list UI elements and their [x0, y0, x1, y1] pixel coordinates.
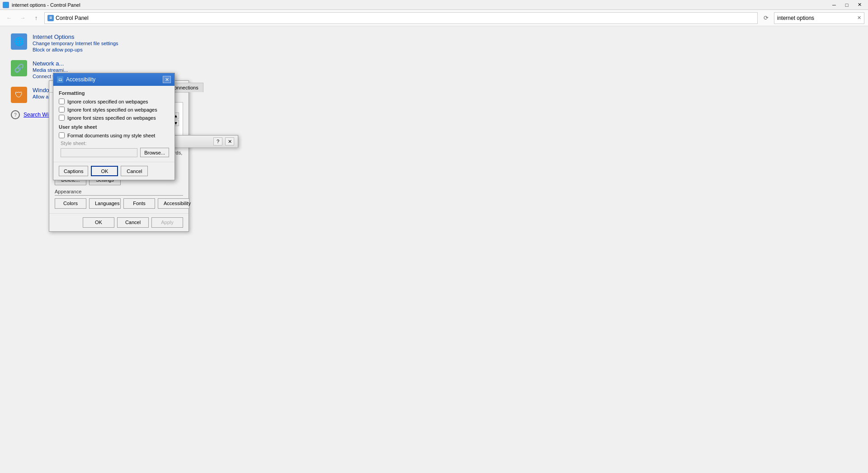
- style-sheet-field-label: Style sheet:: [61, 140, 169, 146]
- internet-options-title[interactable]: Internet Options: [33, 33, 118, 40]
- user-style-sheet-label: User style sheet: [59, 124, 169, 130]
- internet-options-text: Internet Options Change temporary Intern…: [33, 33, 118, 53]
- internet-properties-help-button[interactable]: ?: [213, 137, 222, 145]
- appearance-section: Appearance Colors Languages Fonts Access…: [49, 189, 189, 213]
- internet-properties-close-button[interactable]: ✕: [225, 137, 234, 145]
- accessibility-content: Formatting Ignore colors specified on we…: [53, 86, 175, 162]
- browse-button[interactable]: Browse...: [140, 148, 169, 157]
- style-sheet-input-section: Style sheet: Browse...: [61, 140, 169, 157]
- accessibility-button-row: Captions OK Cancel: [53, 162, 175, 180]
- maximize-button[interactable]: □: [841, 1, 853, 9]
- title-bar: 🌐 internet options - Control Panel ─ □ ✕: [0, 0, 868, 10]
- windows-defender-icon: 🛡: [11, 87, 27, 103]
- breadcrumb-text: Control Panel: [56, 15, 89, 21]
- search-help-icon: ?: [11, 110, 20, 119]
- window-icon: 🌐: [3, 2, 9, 8]
- ignore-colors-label: Ignore colors specified on webpages: [67, 99, 148, 104]
- link-popups[interactable]: Block or allow pop-ups: [33, 47, 83, 52]
- refresh-button[interactable]: ⟳: [760, 13, 771, 23]
- internet-properties-footer: OK Cancel Apply: [49, 213, 189, 231]
- languages-button[interactable]: Languages: [89, 198, 121, 209]
- accessibility-title-text: Accessibility: [66, 76, 160, 83]
- ignore-font-sizes-row: Ignore font sizes specified on webpages: [59, 115, 169, 121]
- forward-button[interactable]: →: [17, 13, 28, 23]
- accessibility-dialog: 🗂 Accessibility ✕ Formatting Ignore colo…: [53, 73, 175, 180]
- accessibility-close-button[interactable]: ✕: [163, 76, 171, 83]
- main-content: 🌐 Internet Options Change temporary Inte…: [0, 26, 868, 134]
- search-input[interactable]: [777, 15, 855, 21]
- ignore-font-styles-row: Ignore font styles specified on webpages: [59, 107, 169, 112]
- breadcrumb: 🖥 Control Panel: [44, 12, 758, 24]
- link-media[interactable]: Media streami...: [33, 67, 68, 73]
- user-style-sheet-section: User style sheet Format documents using …: [59, 124, 169, 157]
- style-sheet-input[interactable]: [61, 148, 137, 157]
- ignore-font-sizes-checkbox[interactable]: [59, 115, 65, 121]
- style-sheet-input-row: Browse...: [61, 148, 169, 157]
- internet-options-icon: 🌐: [11, 33, 27, 50]
- internet-properties-cancel-button[interactable]: Cancel: [117, 217, 149, 228]
- formatting-label: Formatting: [59, 90, 169, 96]
- accessibility-ok-button[interactable]: OK: [91, 166, 118, 176]
- window-controls: ─ □ ✕: [828, 1, 865, 9]
- captions-button[interactable]: Captions: [59, 166, 88, 176]
- accessibility-button[interactable]: Accessibility: [158, 198, 189, 209]
- cp-item-internet-options: 🌐 Internet Options Change temporary Inte…: [11, 33, 857, 53]
- address-bar: ← → ↑ 🖥 Control Panel ⟳ ✕: [0, 10, 868, 26]
- link-temp-files[interactable]: Change temporary Internet file settings: [33, 41, 118, 46]
- accessibility-title-bar: 🗂 Accessibility ✕: [53, 73, 175, 86]
- appearance-label: Appearance: [55, 189, 183, 196]
- search-clear-icon[interactable]: ✕: [857, 15, 861, 21]
- accessibility-dialog-icon: 🗂: [57, 76, 63, 83]
- internet-properties-apply-button[interactable]: Apply: [151, 217, 183, 228]
- colors-button[interactable]: Colors: [55, 198, 86, 209]
- breadcrumb-icon: 🖥: [47, 15, 54, 21]
- appearance-buttons: Colors Languages Fonts Accessibility: [55, 198, 183, 209]
- accessibility-cancel-button[interactable]: Cancel: [121, 166, 148, 176]
- ignore-font-sizes-label: Ignore font sizes specified on webpages: [67, 115, 156, 121]
- search-box: ✕: [774, 12, 864, 24]
- internet-properties-ok-button[interactable]: OK: [83, 217, 114, 228]
- window-title: internet options - Control Panel: [12, 2, 826, 8]
- format-my-style-checkbox[interactable]: [59, 132, 65, 138]
- network-title[interactable]: Network a...: [33, 60, 69, 67]
- format-my-style-label: Format documents using my style sheet: [67, 133, 155, 138]
- ignore-font-styles-label: Ignore font styles specified on webpages: [67, 107, 157, 112]
- minimize-button[interactable]: ─: [828, 1, 840, 9]
- close-button[interactable]: ✕: [854, 1, 865, 9]
- network-icon: 🔗: [11, 60, 27, 76]
- back-button[interactable]: ←: [4, 13, 14, 23]
- ignore-colors-checkbox[interactable]: [59, 98, 65, 104]
- up-button[interactable]: ↑: [31, 13, 42, 23]
- format-my-style-row: Format documents using my style sheet: [59, 132, 169, 138]
- ignore-font-styles-checkbox[interactable]: [59, 107, 65, 112]
- ignore-colors-row: Ignore colors specified on webpages: [59, 98, 169, 104]
- fonts-button[interactable]: Fonts: [123, 198, 155, 209]
